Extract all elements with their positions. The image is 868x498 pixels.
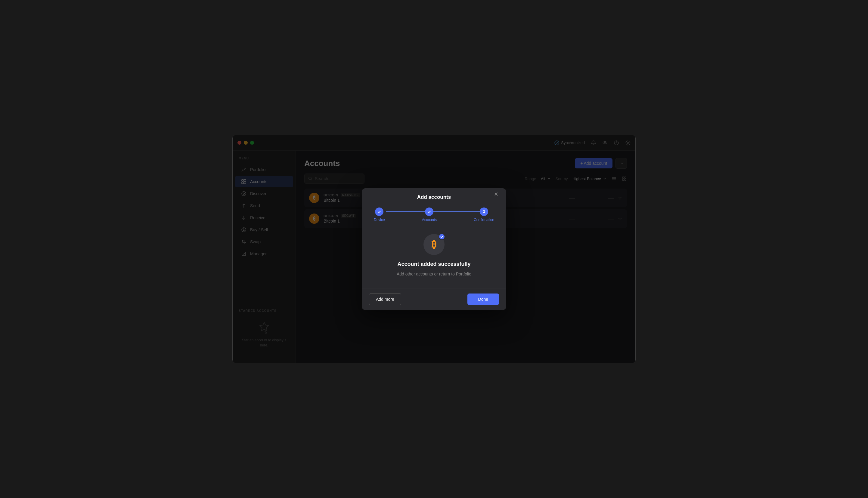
modal-footer: Add more Done bbox=[362, 288, 506, 310]
done-button[interactable]: Done bbox=[468, 293, 499, 305]
modal-header: Add accounts ✕ bbox=[362, 188, 506, 200]
step-device: Device bbox=[374, 208, 385, 222]
step-label-confirmation: Confirmation bbox=[474, 218, 494, 222]
stepper: Device Accounts 3 Confirm bbox=[362, 200, 506, 228]
modal-body: ₿ Account added successfully Add other a… bbox=[362, 228, 506, 288]
step-number-confirmation: 3 bbox=[483, 209, 485, 214]
modal-title: Add accounts bbox=[417, 194, 451, 200]
success-check-badge bbox=[438, 233, 445, 240]
step-circle-accounts bbox=[425, 208, 433, 216]
add-more-button[interactable]: Add more bbox=[369, 293, 401, 305]
modal-overlay: Add accounts ✕ Device bbox=[233, 135, 635, 363]
step-circle-confirmation: 3 bbox=[480, 208, 488, 216]
step-label-device: Device bbox=[374, 218, 385, 222]
success-icon-container: ₿ bbox=[423, 234, 445, 255]
add-accounts-modal: Add accounts ✕ Device bbox=[362, 188, 506, 310]
modal-close-button[interactable]: ✕ bbox=[492, 190, 500, 198]
success-subtitle: Add other accounts or return to Portfoli… bbox=[397, 272, 471, 276]
step-circle-device bbox=[375, 208, 383, 216]
step-accounts: Accounts bbox=[422, 208, 437, 222]
success-title: Account added successfully bbox=[397, 261, 470, 267]
step-label-accounts: Accounts bbox=[422, 218, 437, 222]
app-window: Synchronized bbox=[232, 135, 636, 363]
step-confirmation: 3 Confirmation bbox=[474, 208, 494, 222]
bitcoin-symbol: ₿ bbox=[432, 239, 436, 250]
